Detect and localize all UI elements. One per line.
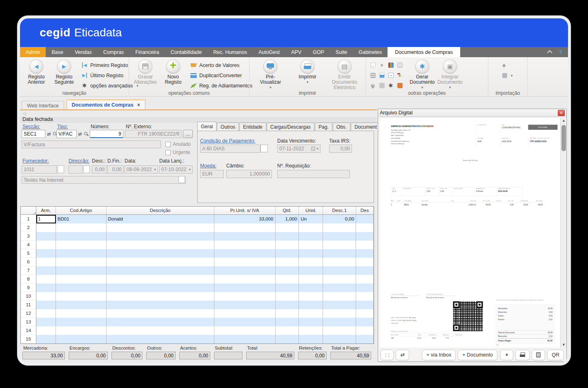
tipo-change-icon[interactable]: ⇄ xyxy=(78,132,82,137)
table-row[interactable]: 10 xyxy=(21,292,374,301)
column-header-arm[interactable]: Arm. xyxy=(36,207,56,214)
grid-cell[interactable] xyxy=(323,292,356,301)
grid-cell[interactable] xyxy=(299,283,323,292)
calendar-icon[interactable] xyxy=(311,147,315,151)
grid-cell[interactable] xyxy=(356,241,374,249)
moeda-input[interactable]: EUR xyxy=(200,170,224,178)
tab-entidade[interactable]: Entidade xyxy=(239,123,266,131)
grid-cell[interactable] xyxy=(214,275,276,283)
grid-cell[interactable] xyxy=(323,275,356,283)
externo-more-button[interactable]: ... xyxy=(183,130,193,138)
moeda-label[interactable]: Moeda: xyxy=(200,163,216,169)
menu-tab-documentos-de-compras[interactable]: Documentos de Compras xyxy=(388,47,460,57)
grid-cell[interactable] xyxy=(356,215,374,223)
novo-registo-button[interactable]: Novo Registo xyxy=(159,59,187,85)
grid-cell[interactable] xyxy=(56,292,107,301)
externo-input[interactable]: FTR 190SEC222/9 xyxy=(125,130,181,138)
desc-input[interactable]: 0,00 xyxy=(92,165,107,174)
table-row[interactable]: 6 xyxy=(21,258,374,266)
numero-input[interactable]: 9 xyxy=(90,130,123,138)
grid-cell[interactable] xyxy=(276,318,299,326)
back-document-icon[interactable] xyxy=(370,62,376,68)
column-header-pr-unit-s-iva[interactable]: Pr.Unit. s/ IVA xyxy=(214,207,276,214)
contact-card-icon[interactable] xyxy=(388,73,394,78)
grid-cell[interactable] xyxy=(276,335,299,343)
grid-cell[interactable] xyxy=(299,266,323,275)
filter-icon[interactable] xyxy=(379,62,385,68)
row-number[interactable]: 1 xyxy=(21,215,36,223)
menu-tab-suite[interactable]: Suite xyxy=(330,47,353,57)
scroll-up-icon[interactable]: ▲ xyxy=(561,118,567,123)
help-icon[interactable]: ? xyxy=(559,49,562,56)
grid-cell[interactable] xyxy=(299,301,323,309)
anulado-checkbox[interactable]: Anulado xyxy=(165,141,191,147)
grid-cell[interactable]: Un xyxy=(299,215,323,223)
grid-cell[interactable] xyxy=(214,258,276,266)
registo-anterior-button[interactable]: Registo Anterior xyxy=(22,59,50,85)
table-row[interactable]: 15 xyxy=(21,335,374,343)
table-row[interactable]: 11 xyxy=(21,301,374,309)
grid-cell[interactable] xyxy=(36,232,56,241)
grid-cell[interactable] xyxy=(56,309,107,318)
grid-cell[interactable] xyxy=(56,232,107,241)
grid-cell[interactable] xyxy=(323,241,356,249)
grid-cell[interactable] xyxy=(107,232,214,241)
collapse-ribbon-icon[interactable] xyxy=(547,50,552,56)
swap-button[interactable] xyxy=(396,350,409,360)
grid-cell[interactable] xyxy=(276,241,299,249)
import-small-icon[interactable] xyxy=(502,73,507,78)
data-dropdown-icon[interactable]: ▾ xyxy=(154,167,156,172)
add-remove-icon[interactable] xyxy=(397,73,403,78)
grid-cell[interactable] xyxy=(56,326,107,335)
grid-cell[interactable] xyxy=(276,275,299,283)
grid-cell[interactable] xyxy=(56,301,107,309)
grid-cell[interactable] xyxy=(36,301,56,309)
grid-cell[interactable] xyxy=(56,249,107,258)
grid-cell[interactable] xyxy=(36,283,56,292)
table-row[interactable]: 12 xyxy=(21,309,374,318)
print-button[interactable] xyxy=(515,350,530,360)
grid-cell[interactable] xyxy=(56,318,107,326)
table-row[interactable]: 8 xyxy=(21,275,374,283)
reg-de-adiantamentos-button[interactable]: Reg. de Adiantamentos xyxy=(190,80,252,91)
grid-cell[interactable] xyxy=(356,283,374,292)
table-row[interactable]: 14 xyxy=(21,326,374,335)
grid-cell[interactable] xyxy=(214,318,276,326)
grid-cell[interactable] xyxy=(276,283,299,292)
grid-cell[interactable] xyxy=(276,258,299,266)
grid-cell[interactable] xyxy=(36,326,56,335)
grid-cell[interactable] xyxy=(356,292,374,301)
row-number[interactable]: 2 xyxy=(21,223,36,232)
row-number[interactable]: 14 xyxy=(21,326,36,335)
data-input[interactable]: 08-09-2022 ▾ xyxy=(125,165,158,174)
grid-cell[interactable] xyxy=(323,266,356,275)
grid-cell[interactable] xyxy=(36,249,56,258)
grid-cell[interactable] xyxy=(299,309,323,318)
grid-cell[interactable] xyxy=(356,326,374,335)
tab-pag[interactable]: Pag. xyxy=(315,123,332,131)
grid-cell[interactable] xyxy=(214,309,276,318)
grid-cell[interactable] xyxy=(276,266,299,275)
grid-cell[interactable] xyxy=(214,223,276,232)
tab-geral[interactable]: Geral xyxy=(197,122,216,131)
grid-cell[interactable]: Donald xyxy=(107,215,214,223)
grid-cell[interactable] xyxy=(56,266,107,275)
grid-cell[interactable] xyxy=(107,223,214,232)
grid-cell[interactable] xyxy=(323,309,356,318)
report-button[interactable] xyxy=(532,350,545,360)
grid-cell[interactable] xyxy=(276,249,299,258)
grid-cell[interactable] xyxy=(214,301,276,309)
seccao-label[interactable]: Secção: xyxy=(22,124,40,129)
urgente-checkbox[interactable]: Urgente xyxy=(165,149,190,155)
urgente-checkbox-box[interactable] xyxy=(165,150,171,155)
menu-tab-apv[interactable]: APV xyxy=(285,47,307,57)
duplicar-converter-button[interactable]: Duplicar/Converter xyxy=(190,70,252,80)
anulado-checkbox-box[interactable] xyxy=(165,142,171,147)
condicao-pagamento-input[interactable]: A 60 DIAS xyxy=(200,145,261,153)
grid-cell[interactable] xyxy=(107,266,214,275)
grid-cell[interactable] xyxy=(36,241,56,249)
row-number[interactable]: 6 xyxy=(21,258,36,266)
grid-cell[interactable] xyxy=(214,283,276,292)
grid-cell[interactable] xyxy=(299,258,323,266)
grid-cell[interactable] xyxy=(356,232,374,241)
